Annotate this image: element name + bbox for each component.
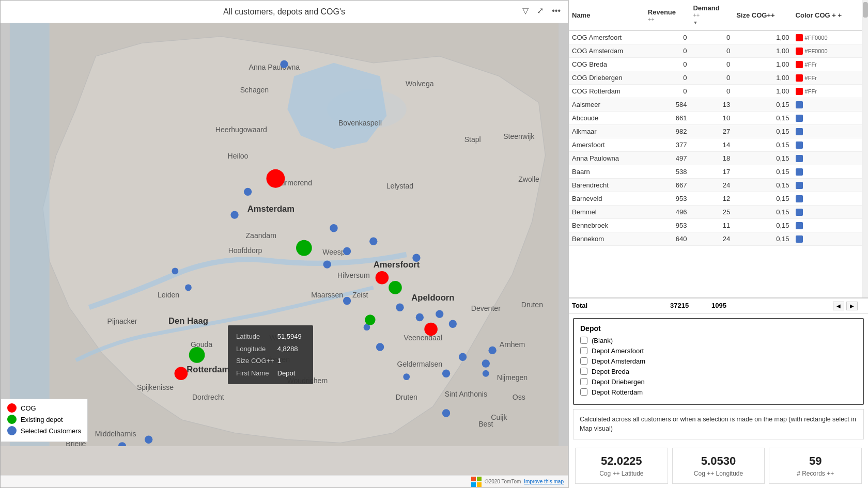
svg-point-69 (482, 359, 490, 367)
filter-button[interactable]: ▽ (520, 5, 531, 17)
cell-size: 0,15 (733, 152, 792, 165)
scrollbar-thumb[interactable] (863, 2, 868, 18)
cell-size: 1,00 (733, 44, 792, 58)
svg-text:Heiloo: Heiloo (227, 152, 248, 160)
cell-color (793, 112, 862, 125)
depot-option: Depot Driebergen (580, 378, 857, 386)
map-area[interactable]: Anna Paulowna Schagen Wolvega Bovenkaspe… (1, 23, 568, 446)
svg-point-58 (330, 224, 337, 232)
svg-point-76 (145, 436, 152, 444)
table-row: Baarn 538 17 0,15 (569, 165, 862, 179)
table-row: COG Amersfoort 0 0 1,00 #FF0000 (569, 30, 862, 44)
expand-button[interactable]: ⤢ (535, 5, 546, 17)
cell-demand: 24 (690, 179, 733, 192)
svg-point-59 (343, 247, 351, 255)
svg-point-94 (365, 314, 375, 325)
svg-text:Pijnacker: Pijnacker (107, 317, 137, 325)
map-footer: ©2020 TomTom Improve this map (1, 475, 568, 487)
svg-text:Schagen: Schagen (240, 86, 269, 94)
svg-text:Rotterdam: Rotterdam (187, 365, 229, 374)
cell-color (793, 179, 862, 192)
cog-icon (7, 403, 17, 413)
cell-name: Baarn (569, 165, 645, 179)
svg-point-82 (172, 267, 178, 274)
cell-revenue: 0 (645, 85, 690, 98)
cell-revenue: 640 (645, 232, 690, 246)
cell-color (793, 219, 862, 232)
cell-demand: 18 (690, 152, 733, 165)
cell-demand: 0 (690, 71, 733, 85)
cell-size: 0,15 (733, 219, 792, 232)
cell-revenue: 0 (645, 71, 690, 85)
svg-text:Amersfoort: Amersfoort (374, 260, 420, 270)
table-row: COG Amsterdam 0 0 1,00 #FF0000 (569, 44, 862, 58)
tooltip-name-value: Depot (277, 367, 305, 379)
col-size: Size COG++ (733, 0, 792, 30)
more-button[interactable]: ••• (550, 5, 563, 17)
cell-size: 0,15 (733, 125, 792, 138)
stats-row: 52.0225 Cog ++ Latitude 5.0530 Cog ++ Lo… (569, 444, 868, 488)
cell-name: Barneveld (569, 192, 645, 206)
depot-checkbox-5[interactable] (580, 388, 587, 396)
svg-point-86 (483, 370, 489, 377)
depot-checkbox-0[interactable] (580, 337, 587, 344)
stat-lon-value: 5.0530 (678, 454, 760, 468)
table-row: COG Driebergen 0 0 1,00 #FFr (569, 71, 862, 85)
improve-map-link[interactable]: Improve this map (524, 479, 564, 484)
cell-revenue: 377 (645, 138, 690, 152)
svg-text:Oss: Oss (513, 393, 525, 401)
table-total-row: Total 37215 1095 ◀ ▶ (569, 297, 868, 313)
tooltip-lat-label: Latitude (236, 330, 277, 342)
svg-point-56 (244, 188, 252, 196)
cell-color (793, 98, 862, 112)
cell-color (793, 152, 862, 165)
prev-page-button[interactable]: ◀ (833, 302, 844, 310)
data-panel: Name Revenue ++ Demand ++ ▼ Size COG++ C… (568, 0, 868, 488)
svg-text:Middelharnis: Middelharnis (95, 430, 136, 438)
depot-option-label: (Blank) (592, 337, 613, 344)
cell-color (793, 125, 862, 138)
svg-rect-2 (10, 23, 50, 446)
cell-demand: 25 (690, 206, 733, 219)
cell-size: 1,00 (733, 58, 792, 71)
depot-checkbox-2[interactable] (580, 357, 587, 365)
depot-option-label: Depot Amersfoort (592, 347, 644, 355)
cell-color: #FFr (793, 85, 862, 98)
col-demand[interactable]: Demand ++ ▼ (690, 0, 733, 30)
cell-demand: 14 (690, 138, 733, 152)
cell-revenue: 661 (645, 112, 690, 125)
depot-checkbox-3[interactable] (580, 368, 587, 375)
table-scroll[interactable]: Name Revenue ++ Demand ++ ▼ Size COG++ C… (569, 0, 862, 297)
stat-lat-value: 52.0225 (581, 454, 662, 468)
stat-lon-label: Cog ++ Longitude (678, 470, 760, 477)
svg-rect-97 (471, 482, 476, 487)
svg-text:Cuijk: Cuijk (491, 413, 507, 421)
table-scrollbar[interactable] (862, 0, 868, 297)
svg-text:Lelystad: Lelystad (386, 182, 413, 190)
depot-option-label: Depot Rotterdam (592, 388, 643, 396)
legend-customers: Selected Customers (7, 426, 81, 435)
svg-text:Gouda: Gouda (191, 340, 212, 349)
stat-records: 59 # Records ++ (769, 448, 862, 484)
depot-filter-title: Depot (580, 324, 857, 333)
depot-option-label: Depot Breda (592, 368, 629, 375)
cell-color (793, 165, 862, 179)
svg-point-87 (266, 169, 285, 188)
depot-checkbox-4[interactable] (580, 378, 587, 385)
cell-color (793, 138, 862, 152)
table-row: Bennekom 640 24 0,15 (569, 232, 862, 246)
svg-text:Arnhem: Arnhem (500, 340, 525, 349)
next-page-button[interactable]: ▶ (846, 302, 858, 310)
svg-text:Heerhugowaard: Heerhugowaard (215, 125, 267, 134)
cell-size: 0,15 (733, 232, 792, 246)
svg-text:Zeist: Zeist (352, 291, 368, 299)
cell-revenue: 0 (645, 30, 690, 44)
cell-revenue: 982 (645, 125, 690, 138)
cell-revenue: 497 (645, 152, 690, 165)
svg-text:Leiden: Leiden (158, 291, 179, 299)
col-revenue[interactable]: Revenue ++ (645, 0, 690, 30)
cell-name: COG Amersfoort (569, 30, 645, 44)
depot-checkbox-1[interactable] (580, 347, 587, 354)
cell-name: Abcoude (569, 112, 645, 125)
table-row: Bennebroek 953 11 0,15 (569, 219, 862, 232)
